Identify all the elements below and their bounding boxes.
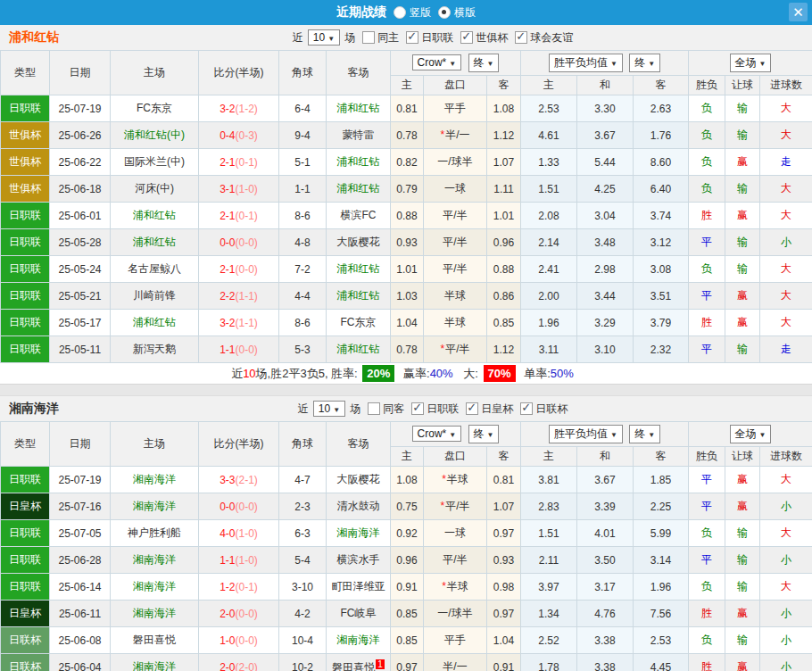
titlebar: 近期战绩 竖版 横版 ✕ (0, 0, 812, 25)
col-avg-home: 主 (521, 447, 577, 467)
radio-vertical-icon[interactable] (394, 6, 406, 19)
league-badge: 日职联 (1, 256, 50, 283)
result-goals: 小 (760, 493, 812, 520)
col-result-goals: 进球数 (760, 447, 812, 467)
home-team: 湘南海洋 (111, 574, 199, 601)
away-odds: 0.97 (487, 601, 521, 627)
corner-count: 1-1 (279, 176, 327, 203)
filter-controls: 近 10▼ 场 同客 日职联 日皇杯 日联杯 (298, 401, 568, 417)
match-date: 25-06-04 (50, 654, 111, 671)
radio-horizontal-label[interactable]: 横版 (454, 5, 476, 21)
match-count-select[interactable]: 10▼ (308, 29, 340, 46)
result-handicap: 赢 (725, 149, 760, 176)
corner-count: 8-6 (279, 310, 327, 336)
score: 3-1(1-0) (199, 176, 279, 203)
handicap-line: *半球 (424, 467, 487, 493)
near-label: 近 (298, 402, 309, 417)
avg-away-odds: 4.45 (634, 654, 689, 671)
col-odds-away: 客 (487, 76, 521, 95)
radio-horizontal-icon[interactable] (438, 6, 451, 19)
avg-home-odds: 3.11 (521, 336, 577, 363)
handicap-line: 一球 (424, 520, 487, 547)
result-goals: 小 (760, 229, 812, 256)
same-home-checkbox[interactable]: 同主 (362, 30, 399, 46)
match-count-select[interactable]: 10▼ (313, 401, 345, 417)
score: 2-1(0-1) (199, 203, 279, 229)
avg-away-odds: 2.63 (634, 95, 689, 122)
avg-type-select[interactable]: 胜平负均值▼ (549, 54, 623, 72)
result-handicap: 输 (725, 229, 760, 256)
result-handicap: 输 (725, 547, 760, 574)
match-date: 25-05-11 (50, 336, 111, 363)
home-odds: 0.85 (391, 601, 424, 627)
result-handicap: 输 (725, 176, 760, 203)
league-checkbox[interactable]: 日职联 (411, 402, 459, 417)
home-team: FC东京 (111, 95, 199, 122)
odds-final-select[interactable]: 终▼ (468, 54, 500, 72)
score: 0-0(0-0) (199, 493, 279, 520)
away-team: 横滨水手 (327, 547, 391, 574)
odds-provider-select[interactable]: Crow*▼ (412, 426, 462, 442)
result-goals: 小 (760, 601, 812, 627)
radio-vertical-label[interactable]: 竖版 (410, 5, 431, 21)
avg-away-odds: 3.12 (634, 229, 689, 256)
avg-draw-odds: 3.38 (577, 627, 634, 654)
section-header-shonan: 湘南海洋 近 10▼ 场 同客 日职联 日皇杯 日联杯 (0, 396, 812, 421)
same-away-checkbox[interactable]: 同客 (368, 402, 404, 417)
col-away: 客场 (327, 422, 391, 467)
result-wdl: 胜 (689, 310, 725, 336)
win-rate-badge: 20% (362, 365, 394, 382)
result-goals: 大 (760, 122, 812, 149)
scope-select[interactable]: 全场▼ (730, 425, 772, 443)
checkbox-icon (368, 402, 380, 415)
col-away: 客场 (327, 51, 391, 95)
avg-type-select[interactable]: 胜平负均值▼ (549, 425, 623, 443)
result-goals: 大 (760, 520, 812, 547)
avg-away-odds: 8.60 (634, 149, 689, 176)
score: 2-1(0-1) (199, 149, 279, 176)
col-home: 主场 (111, 51, 199, 95)
home-team: 神户胜利船 (111, 520, 199, 547)
avg-away-odds: 3.14 (634, 547, 689, 574)
avg-final-select[interactable]: 终▼ (629, 54, 660, 72)
odds-final-select[interactable]: 终▼ (468, 425, 500, 443)
avg-home-odds: 1.33 (521, 149, 577, 176)
away-team: 浦和红钻 (327, 95, 391, 122)
odds-provider-select[interactable]: Crow*▼ (412, 54, 462, 70)
league-badge: 日职联 (1, 203, 50, 229)
away-team: 湘南海洋 (327, 520, 391, 547)
match-row: 世俱杯25-06-22国际米兰(中)2-1(0-1)5-1浦和红钻0.82一/球… (1, 149, 812, 176)
league-checkbox[interactable]: 世俱杯 (460, 30, 508, 46)
league-checkbox[interactable]: 日皇杯 (466, 402, 513, 417)
close-icon: ✕ (792, 4, 804, 20)
corner-count: 9-4 (279, 122, 327, 149)
result-wdl: 胜 (689, 203, 725, 229)
scope-select[interactable]: 全场▼ (730, 54, 772, 72)
star-icon: * (440, 343, 444, 355)
league-checkbox[interactable]: 日职联 (406, 30, 453, 46)
handicap-line: 半球 (424, 283, 487, 310)
match-row: 日职联25-06-28湘南海洋1-1(1-0)5-4横滨水手0.96平/半0.9… (1, 547, 812, 574)
avg-home-odds: 2.41 (521, 256, 577, 283)
checkbox-icon (515, 31, 527, 44)
match-row: 日皇杯25-07-16湘南海洋0-0(0-0)2-3清水鼓动0.75*平/半1.… (1, 493, 812, 520)
score: 2-0(0-0) (199, 601, 279, 627)
handicap-line: 平/半 (424, 203, 487, 229)
close-button[interactable]: ✕ (789, 3, 808, 21)
score: 3-2(1-1) (199, 310, 279, 336)
avg-final-select[interactable]: 终▼ (629, 425, 660, 443)
big-rate-badge: 70% (484, 365, 516, 382)
avg-group-header: 胜平负均值▼ 终▼ (521, 422, 689, 447)
handicap-line: 平/半 (424, 229, 487, 256)
score: 1-1(0-0) (199, 336, 279, 363)
section-divider (0, 384, 812, 396)
col-result-handicap: 让球 (725, 76, 760, 95)
league-checkbox[interactable]: 日联杯 (520, 402, 568, 417)
match-row: 日职联25-06-01浦和红钻2-1(0-1)8-6横滨FC0.88平/半1.0… (1, 203, 812, 229)
chevron-down-icon: ▼ (648, 431, 655, 439)
league-checkbox[interactable]: 球会友谊 (515, 30, 573, 46)
home-odds: 1.03 (391, 283, 424, 310)
avg-draw-odds: 3.30 (577, 95, 634, 122)
handicap-line: *半球 (424, 574, 487, 601)
avg-away-odds: 3.74 (634, 203, 689, 229)
